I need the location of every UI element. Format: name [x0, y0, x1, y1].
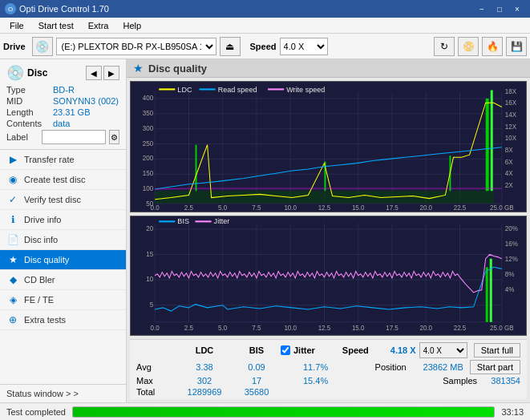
eject-btn[interactable]: ⏏: [220, 37, 241, 56]
svg-text:4%: 4%: [505, 286, 515, 293]
stats-headers-row: LDC BIS Jitter Speed 4.18 X 4.0 X St: [136, 342, 520, 358]
start-full-button[interactable]: Start full: [474, 343, 520, 357]
svg-text:Write speed: Write speed: [286, 85, 325, 93]
content-header: ★ Disc quality: [127, 59, 530, 78]
disc-mid-row: MID SONYNN3 (002): [6, 96, 119, 106]
disc-type-row: Type BD-R: [6, 85, 119, 95]
sidebar-item-fe-te[interactable]: ◈ FE / TE: [0, 290, 126, 310]
stats-area: LDC BIS Jitter Speed 4.18 X 4.0 X St: [130, 339, 527, 399]
minimize-button[interactable]: −: [474, 2, 490, 15]
menu-file[interactable]: File: [3, 19, 30, 32]
total-bis-val: 35680: [233, 387, 281, 397]
svg-text:18X: 18X: [505, 88, 517, 95]
start-part-button[interactable]: Start part: [470, 360, 520, 374]
svg-text:200: 200: [143, 155, 154, 162]
sidebar-item-disc-quality[interactable]: ★ Disc quality: [0, 250, 126, 270]
jitter-checkbox[interactable]: [281, 345, 290, 355]
svg-text:16%: 16%: [505, 240, 519, 248]
status-window-btn[interactable]: Status window > >: [0, 385, 126, 402]
drive-select[interactable]: (E:) PLEXTOR BD-R PX-LB950SA 1.06: [56, 38, 216, 55]
svg-text:2.5: 2.5: [184, 325, 194, 333]
speed-select-toolbar[interactable]: 4.0 X: [280, 38, 328, 55]
svg-text:8%: 8%: [505, 271, 515, 278]
verify-test-disc-icon: ✓: [6, 194, 19, 205]
svg-text:20.0: 20.0: [419, 204, 432, 212]
svg-text:250: 250: [143, 139, 154, 147]
status-text: Test completed: [6, 407, 66, 417]
svg-text:17.5: 17.5: [386, 204, 399, 212]
max-jitter-val: 15.4%: [281, 376, 443, 386]
speed-select-stats[interactable]: 4.0 X: [419, 342, 467, 358]
sidebar-item-transfer-rate[interactable]: ▶ Transfer rate: [0, 150, 126, 170]
progress-bar-container: [72, 406, 495, 418]
menu-help[interactable]: Help: [116, 19, 148, 32]
svg-text:12X: 12X: [505, 123, 517, 131]
disc-label-key: Label: [6, 132, 38, 142]
svg-text:10.0: 10.0: [284, 325, 297, 333]
samples-val: 381354: [491, 376, 520, 386]
svg-text:300: 300: [143, 125, 154, 132]
maximize-button[interactable]: □: [492, 2, 508, 15]
svg-text:12.5: 12.5: [318, 325, 331, 333]
disc-type-key: Type: [6, 85, 53, 95]
nav-label-fe-te: FE / TE: [24, 295, 54, 305]
svg-rect-52: [486, 99, 489, 191]
svg-rect-54: [159, 88, 175, 90]
app-icon: O: [5, 3, 16, 14]
sidebar-item-cd-bler[interactable]: ◆ CD Bler: [0, 270, 126, 290]
disc-section: 💿 Disc ◀ ▶ Type BD-R MID SONYNN3 (002) L…: [0, 59, 126, 150]
sidebar: 💿 Disc ◀ ▶ Type BD-R MID SONYNN3 (002) L…: [0, 59, 127, 402]
svg-rect-97: [486, 268, 488, 323]
sidebar-item-disc-info[interactable]: 📄 Disc info: [0, 230, 126, 250]
drive-icon-btn[interactable]: 💿: [32, 37, 53, 56]
close-button[interactable]: ×: [509, 2, 525, 15]
svg-text:17.5: 17.5: [386, 325, 399, 333]
disc-action-btn1[interactable]: ◀: [86, 66, 102, 80]
sidebar-item-extra-tests[interactable]: ⊕ Extra tests: [0, 310, 126, 330]
svg-text:Read speed: Read speed: [218, 85, 257, 93]
svg-text:15.0: 15.0: [352, 325, 365, 333]
avg-ldc-val: 3.38: [176, 362, 233, 372]
svg-text:7.5: 7.5: [252, 325, 261, 333]
nav-label-create-test-disc: Create test disc: [24, 175, 85, 184]
toolbar: Drive 💿 (E:) PLEXTOR BD-R PX-LB950SA 1.0…: [0, 34, 530, 59]
disc-icon: 💿: [6, 64, 24, 82]
disc-btn[interactable]: 📀: [458, 37, 479, 56]
svg-text:10X: 10X: [505, 135, 517, 142]
burn-btn[interactable]: 🔥: [482, 37, 503, 56]
speed-label: Speed: [250, 42, 277, 51]
svg-text:8X: 8X: [505, 147, 513, 154]
menu-extra[interactable]: Extra: [82, 19, 115, 32]
save-btn[interactable]: 💾: [506, 37, 527, 56]
disc-label-btn[interactable]: ⚙: [109, 130, 119, 144]
position-label: Position: [375, 362, 423, 372]
refresh-btn[interactable]: ↻: [434, 37, 455, 56]
sidebar-item-drive-info[interactable]: ℹ Drive info: [0, 210, 126, 230]
disc-header: 💿 Disc ◀ ▶: [6, 64, 119, 82]
svg-text:5: 5: [150, 301, 154, 309]
disc-label-input[interactable]: [42, 130, 106, 144]
disc-action-btn2[interactable]: ▶: [103, 66, 119, 80]
total-label: Total: [136, 387, 176, 397]
svg-text:LDC: LDC: [177, 85, 192, 93]
sidebar-item-create-test-disc[interactable]: ◉ Create test disc: [0, 170, 126, 190]
stats-avg-row: Avg 3.38 0.09 11.7% Position 23862 MB St…: [136, 360, 520, 374]
disc-length-row: Length 23.31 GB: [6, 107, 119, 117]
chart1-container: 400 350 300 250 200 150 100 50 18X 16X 1…: [130, 81, 527, 212]
cd-bler-icon: ◆: [6, 274, 19, 285]
app-title: Opti Drive Control 1.70: [19, 4, 109, 14]
svg-text:0.0: 0.0: [151, 204, 160, 212]
sidebar-item-verify-test-disc[interactable]: ✓ Verify test disc: [0, 190, 126, 210]
svg-text:400: 400: [143, 95, 154, 102]
create-test-disc-icon: ◉: [6, 174, 19, 185]
nav-label-extra-tests: Extra tests: [24, 315, 66, 325]
menu-bar: File Start test Extra Help: [0, 18, 530, 34]
nav-label-verify-test-disc: Verify test disc: [24, 195, 81, 204]
chart2-svg: 20 15 10 5 20% 16% 12% 8% 4% 0.0 2.5 5.0…: [131, 216, 526, 335]
menu-start-test[interactable]: Start test: [32, 19, 80, 32]
title-bar: O Opti Drive Control 1.70 − □ ×: [0, 0, 530, 18]
svg-text:16X: 16X: [505, 99, 517, 107]
disc-length-key: Length: [6, 107, 53, 117]
window-controls: − □ ×: [474, 2, 525, 15]
svg-rect-99: [159, 221, 175, 223]
